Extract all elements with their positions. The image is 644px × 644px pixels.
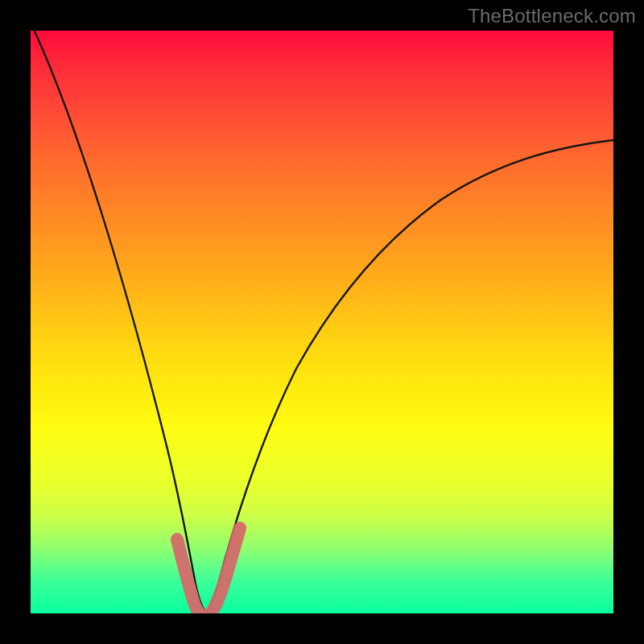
bottleneck-curve-path: [32, 31, 613, 612]
plot-area: [31, 31, 613, 613]
watermark-text: TheBottleneck.com: [468, 5, 636, 27]
chart-frame: TheBottleneck.com: [0, 0, 644, 644]
bottleneck-curve-svg: [31, 31, 613, 613]
